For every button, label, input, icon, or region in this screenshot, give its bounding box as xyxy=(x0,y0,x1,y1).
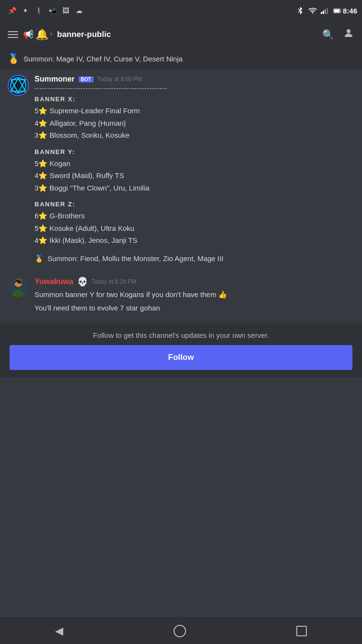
star-4-3: 4⭐ xyxy=(35,234,47,247)
search-icon[interactable]: 🔍 xyxy=(322,29,334,40)
banner-x-text-1: Supreme-Leader Final Form xyxy=(49,105,140,117)
bot-message-content: Summoner BOT Today at 8:00 PM ----------… xyxy=(35,75,354,264)
divider-line: ----------------------------------------… xyxy=(35,84,354,92)
follow-button[interactable]: Follow xyxy=(10,345,352,370)
chat-area: 🥇 Summon: Mage IV, Chef IV, Curse V, Des… xyxy=(0,48,362,617)
battery-icon xyxy=(333,6,342,15)
megaphone-icon: 📢 xyxy=(23,29,34,40)
svg-rect-8 xyxy=(334,9,340,12)
star-5-1: 5⭐ xyxy=(35,105,47,117)
banner-z-row-1: 6⭐ G-Brothers xyxy=(35,210,354,222)
status-icons-right: 8:46 xyxy=(296,6,354,15)
summon-result-2: 🥇 Summon: Fiend, Mollu the Monster, Zio … xyxy=(35,253,354,264)
star-4-2: 4⭐ xyxy=(35,169,47,182)
user-message-header: Yuwakuwa 💀 Today at 8:29 PM xyxy=(35,276,354,287)
follow-section: Follow to get this channel's updates in … xyxy=(0,323,362,378)
user-message-line2: You'll need them to evolve 7 star gohan xyxy=(35,302,354,314)
user-avatar xyxy=(8,276,29,298)
user-message: Yuwakuwa 💀 Today at 8:29 PM Summon banne… xyxy=(0,271,362,316)
summon-bar-1-text: Summon: Mage IV, Chef IV, Curse V, Deser… xyxy=(23,55,183,63)
banner-x-row-1: 5⭐ Supreme-Leader Final Form xyxy=(35,105,354,117)
wifi-icon xyxy=(308,6,317,15)
time-display: 8:46 xyxy=(346,6,354,15)
star-3-2: 3⭐ xyxy=(35,182,47,194)
channel-icon-group: 📢 🔔 ¹ xyxy=(23,28,52,41)
svg-rect-3 xyxy=(321,12,322,14)
recent-apps-icon[interactable] xyxy=(296,626,307,636)
banner-y-text-2: Sword (Maid), Ruffy TS xyxy=(49,169,124,182)
channel-name: banner-public xyxy=(57,30,111,39)
skull-icon: 💀 xyxy=(77,276,88,287)
user-username: Yuwakuwa xyxy=(35,277,73,286)
svg-point-2 xyxy=(312,12,313,13)
banner-z-row-2: 5⭐ Kosuke (Adult), Ultra Koku xyxy=(35,222,354,235)
banner-y-text-1: Kogan xyxy=(49,157,70,170)
medal-icon-1: 🥇 xyxy=(8,53,20,64)
pin-icon: 📌 xyxy=(8,6,16,15)
bot-message: Summoner BOT Today at 8:00 PM ----------… xyxy=(0,69,362,266)
summon-result-2-text: Summon: Fiend, Mollu the Monster, Zio Ag… xyxy=(47,253,223,264)
banner-x-label: BANNER X: xyxy=(35,95,354,103)
svg-rect-6 xyxy=(327,8,328,14)
bot-badge: BOT xyxy=(79,76,93,83)
bot-timestamp: Today at 8:00 PM xyxy=(97,76,142,83)
star-4-1: 4⭐ xyxy=(35,117,47,130)
banner-x-section: BANNER X: 5⭐ Supreme-Leader Final Form 4… xyxy=(35,95,354,142)
banner-y-text-3: Boggi "The Clown", Uru, Limilia xyxy=(49,182,149,194)
star-5-2: 5⭐ xyxy=(35,157,47,170)
svg-rect-5 xyxy=(325,9,326,14)
svg-rect-4 xyxy=(323,11,324,14)
bell-icon: 🔔 xyxy=(35,28,48,41)
header-left: 📢 🔔 ¹ banner-public xyxy=(8,28,111,41)
banner-x-text-2: Alligator, Pang (Human) xyxy=(49,117,126,130)
user-timestamp: Today at 8:29 PM xyxy=(92,278,136,285)
status-icons-left: 📌 ✦ 🚶 📲 🖼 ☁ xyxy=(8,6,83,15)
banner-y-section: BANNER Y: 5⭐ Kogan 4⭐ Sword (Maid), Ruff… xyxy=(35,148,354,194)
banner-y-row-1: 5⭐ Kogan xyxy=(35,157,354,170)
banner-z-label: BANNER Z: xyxy=(35,201,354,208)
image-icon: 🖼 xyxy=(61,6,70,15)
bot-username: Summoner xyxy=(35,75,75,83)
banner-z-text-1: G-Brothers xyxy=(49,210,84,222)
svg-point-9 xyxy=(347,29,350,33)
signal-icon xyxy=(321,6,329,15)
channel-header: 📢 🔔 ¹ banner-public 🔍 xyxy=(0,21,362,48)
banner-z-section: BANNER Z: 6⭐ G-Brothers 5⭐ Kosuke (Adult… xyxy=(35,201,354,247)
banner-y-label: BANNER Y: xyxy=(35,148,354,155)
banner-z-row-3: 4⭐ Ikki (Mask), Jenos, Janji TS xyxy=(35,234,354,247)
banner-z-text-2: Kosuke (Adult), Ultra Koku xyxy=(49,222,134,235)
home-circle-icon[interactable] xyxy=(174,625,186,637)
star-5-3: 5⭐ xyxy=(35,222,47,235)
cloud-icon: ☁ xyxy=(75,6,83,15)
hamburger-menu[interactable] xyxy=(8,31,18,38)
profile-icon[interactable] xyxy=(343,27,354,41)
star-icon: ✦ xyxy=(21,6,30,15)
status-bar: 📌 ✦ 🚶 📲 🖼 ☁ 8:46 xyxy=(0,0,362,21)
banner-y-row-2: 4⭐ Sword (Maid), Ruffy TS xyxy=(35,169,354,182)
bot-message-header: Summoner BOT Today at 8:00 PM xyxy=(35,75,354,83)
user-message-line1: Summon banner Y for two Kogans if you do… xyxy=(35,289,354,300)
channel-prefix: ¹ xyxy=(50,31,52,38)
bluetooth-icon xyxy=(296,6,304,15)
banner-x-text-3: Blossom, Sonku, Kosuke xyxy=(49,129,129,142)
download-icon: 📲 xyxy=(48,6,57,15)
walk-icon: 🚶 xyxy=(35,6,43,15)
banner-x-row-2: 4⭐ Alligator, Pang (Human) xyxy=(35,117,354,130)
banner-y-row-3: 3⭐ Boggi "The Clown", Uru, Limilia xyxy=(35,182,354,194)
header-right: 🔍 xyxy=(322,27,354,41)
star-3-1: 3⭐ xyxy=(35,129,47,142)
bottom-nav: ◀ xyxy=(0,617,362,644)
medal-icon-2: 🥇 xyxy=(35,253,44,264)
summoner-avatar xyxy=(8,75,29,96)
banner-x-row-3: 3⭐ Blossom, Sonku, Kosuke xyxy=(35,129,354,142)
summon-bar-1: 🥇 Summon: Mage IV, Chef IV, Curse V, Des… xyxy=(0,48,362,69)
banner-z-text-3: Ikki (Mask), Jenos, Janji TS xyxy=(49,234,137,247)
follow-description: Follow to get this channel's updates in … xyxy=(10,331,352,339)
star-6-1: 6⭐ xyxy=(35,210,47,222)
user-message-content: Yuwakuwa 💀 Today at 8:29 PM Summon banne… xyxy=(35,276,354,314)
back-arrow-icon[interactable]: ◀ xyxy=(55,625,63,637)
